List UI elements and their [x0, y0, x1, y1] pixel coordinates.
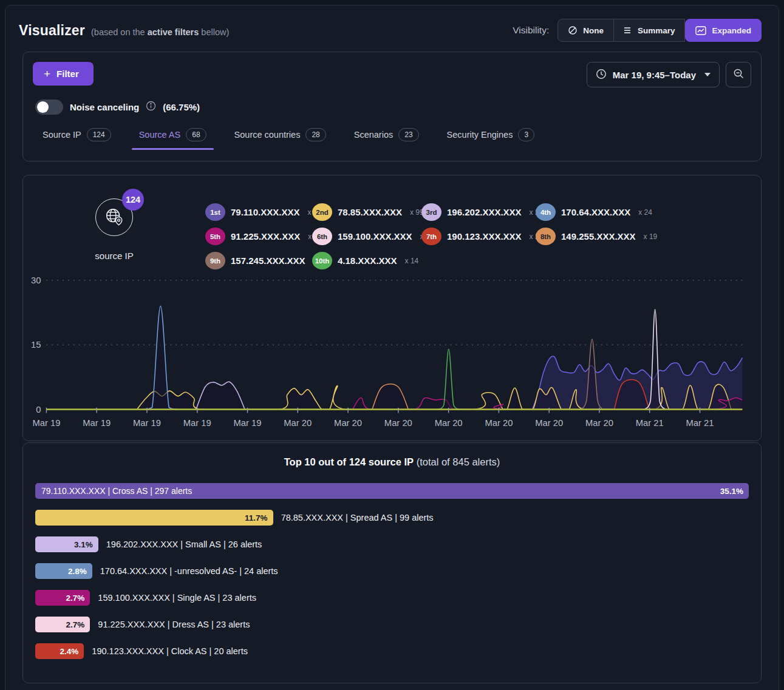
circle-slash-icon — [568, 25, 578, 35]
x-axis-label: Mar 19 — [83, 418, 111, 428]
tab-label: Source AS — [139, 130, 181, 140]
legend-rank-badge: 7th — [421, 228, 441, 245]
top10-bar: 2.8% — [35, 563, 92, 579]
tab-scenarios[interactable]: Scenarios23 — [354, 128, 419, 150]
top10-bar-percent: 2.8% — [68, 567, 87, 576]
legend-ip: 159.100.XXX.XXX — [338, 231, 412, 242]
add-filter-label: Filter — [56, 69, 79, 79]
plus-icon: + — [44, 70, 50, 78]
info-icon[interactable] — [146, 101, 156, 113]
tab-count-badge: 68 — [186, 128, 206, 141]
legend-item: 2nd78.85.XXX.XXXx 99 — [312, 203, 421, 221]
legend-rank-badge: 3rd — [421, 203, 441, 221]
tab-security-engines[interactable]: Security Engines3 — [447, 128, 535, 150]
page-title: Visualizer — [19, 22, 85, 39]
legend-rank-badge: 1st — [205, 203, 225, 221]
top10-bar-percent: 2.7% — [66, 594, 85, 603]
tab-label: Source countries — [234, 130, 301, 140]
add-filter-button[interactable]: + Filter — [33, 62, 94, 86]
top10-title-rest: (total of 845 alerts) — [414, 456, 500, 467]
tab-label: Source IP — [43, 130, 81, 140]
x-axis-label: Mar 20 — [334, 418, 362, 428]
legend-ip: 4.18.XXX.XXX — [338, 255, 397, 266]
y-axis-label: 0 — [36, 405, 41, 414]
x-axis-label: Mar 20 — [485, 418, 513, 428]
legend-ip: 149.255.XXX.XXX — [561, 231, 636, 242]
page-subtitle: (based on the active filters bellow) — [91, 27, 229, 37]
x-axis-label: Mar 19 — [234, 418, 262, 428]
x-axis-label: Mar 19 — [183, 418, 211, 428]
top10-bar-label: 170.64.XXX.XXX | -unresolved AS- | 24 al… — [100, 566, 278, 576]
date-range-button[interactable]: Mar 19, 9:45–Today — [587, 62, 720, 87]
legend-count: x 19 — [644, 232, 658, 241]
tab-source-as[interactable]: Source AS68 — [139, 128, 206, 150]
visualizer-container: Visualizer (based on the active filters … — [5, 5, 779, 690]
top10-bar-label: 196.202.XXX.XXX | Small AS | 26 alerts — [106, 539, 262, 549]
legend-count: x 14 — [405, 257, 419, 265]
visibility-option-label: None — [583, 26, 604, 35]
top10-bar: 2.7% — [35, 617, 90, 632]
legend-item: 10th4.18.XXX.XXXx 14 — [312, 252, 421, 269]
visibility-option-expanded[interactable]: Expanded — [685, 19, 762, 42]
y-axis-label: 30 — [31, 276, 41, 285]
tab-label: Scenarios — [354, 130, 393, 140]
top10-bar-label: 159.100.XXX.XXX | Single AS | 23 alerts — [98, 593, 256, 603]
tab-count-badge: 124 — [87, 128, 111, 141]
magnifier-minus-icon — [733, 68, 745, 81]
top10-row: 35.1%79.110.XXX.XXX | Cross AS | 297 ale… — [35, 478, 749, 504]
toggle-knob — [37, 101, 49, 113]
top10-bar-percent: 2.4% — [60, 647, 79, 656]
legend-ip: 79.110.XXX.XXX — [231, 207, 299, 217]
x-axis-label: Mar 21 — [636, 418, 664, 428]
top10-bar: 3.1% — [35, 536, 98, 552]
tab-count-badge: 3 — [518, 128, 534, 141]
date-range-value: Mar 19, 9:45–Today — [613, 70, 696, 80]
top10-row: 3.1%196.202.XXX.XXX | Small AS | 26 aler… — [35, 531, 749, 558]
tab-source-ip[interactable]: Source IP124 — [43, 128, 111, 150]
top10-row: 11.7%78.85.XXX.XXX | Spread AS | 99 aler… — [35, 504, 749, 531]
subtitle-suffix: bellow) — [199, 27, 229, 37]
visibility-option-label: Summary — [638, 26, 675, 35]
visibility-toggle-group: NoneSummaryExpanded — [557, 19, 762, 42]
legend-item: 1st79.110.XXX.XXXx 297 — [205, 203, 312, 221]
clock-icon — [596, 69, 607, 81]
top10-bar-percent: 2.7% — [66, 620, 85, 629]
legend-rank-badge: 4th — [536, 203, 556, 221]
top10-title-bold: Top 10 out of 124 source IP — [284, 456, 414, 467]
tab-count-badge: 23 — [398, 128, 418, 141]
legend-rank-badge: 6th — [312, 228, 332, 245]
tab-source-countries[interactable]: Source countries28 — [234, 128, 326, 150]
tab-count-badge: 28 — [305, 128, 326, 141]
top10-row: 2.7%159.100.XXX.XXX | Single AS | 23 ale… — [35, 584, 749, 611]
entity-summary: 124 source IP — [23, 191, 205, 269]
visibility-option-none[interactable]: None — [557, 19, 614, 42]
legend-ip: 78.85.XXX.XXX — [338, 207, 402, 217]
legend-item: 5th91.225.XXX.XXXx 23 — [205, 228, 312, 245]
top10-bar: 35.1%79.110.XXX.XXX | Cross AS | 297 ale… — [35, 483, 749, 499]
x-axis-label: Mar 19 — [32, 418, 60, 428]
noise-canceling-toggle[interactable] — [35, 100, 63, 115]
x-axis-label: Mar 20 — [284, 418, 312, 428]
filter-tabs: Source IP124Source AS68Source countries2… — [33, 128, 751, 150]
legend-item: 7th190.123.XXX.XXXx 20 — [421, 228, 536, 245]
top10-bar-label: 78.85.XXX.XXX | Spread AS | 99 alerts — [281, 513, 434, 523]
line-chart-icon — [695, 26, 706, 35]
x-axis-label: Mar 20 — [435, 418, 463, 428]
legend-ip: 196.202.XXX.XXX — [447, 207, 522, 217]
legend-ip: 91.225.XXX.XXX — [231, 231, 300, 242]
top10-bar-percent: 35.1% — [720, 487, 743, 496]
zoom-out-button[interactable] — [726, 62, 751, 87]
page-header: Visualizer (based on the active filters … — [5, 5, 779, 52]
x-axis-label: Mar 20 — [384, 418, 412, 428]
top10-bar-percent: 11.7% — [245, 513, 268, 523]
visibility-option-summary[interactable]: Summary — [614, 19, 686, 42]
subtitle-bold: active filters — [148, 27, 199, 37]
top10-row: 2.4%190.123.XXX.XXX | Clock AS | 20 aler… — [35, 638, 749, 665]
series-area-149.255.XXX.XXX — [372, 384, 409, 410]
legend-rank-badge: 9th — [205, 252, 225, 269]
legend-rank-badge: 8th — [536, 228, 556, 245]
noise-canceling-percent: (66.75%) — [163, 102, 200, 112]
visibility-label: Visibility: — [513, 25, 549, 36]
legend-item: 3rd196.202.XXX.XXXx 26 — [421, 203, 536, 221]
legend-ip: 190.123.XXX.XXX — [447, 231, 522, 242]
